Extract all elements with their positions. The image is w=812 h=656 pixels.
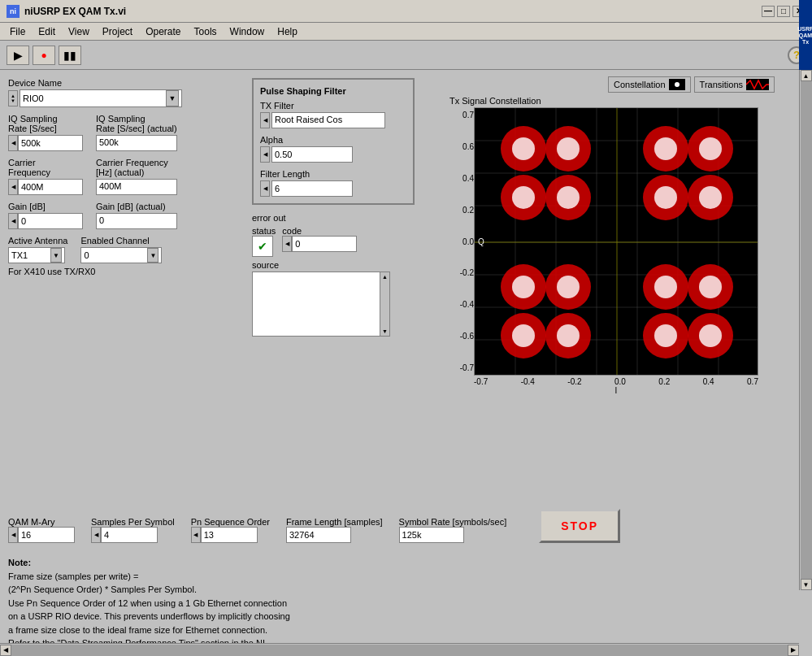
iq-sampling-input[interactable]: 500k (18, 135, 83, 151)
y-label-06: 0.6 (449, 142, 474, 151)
tx-filter-label: TX Filter (260, 101, 406, 111)
svg-point-22 (699, 137, 722, 160)
y-label-neg02: -0.2 (449, 268, 474, 277)
constellation-svg: Q (474, 107, 758, 376)
tx-filter-spin[interactable]: ◀ (260, 112, 270, 128)
carrier-spin[interactable]: ◀ (8, 179, 18, 195)
bottom-section: QAM M-Ary ◀ 16 Samples Per Symbol ◀ 4 Pn… (0, 501, 799, 656)
enabled-channel-dropdown[interactable]: 0 ▼ (80, 247, 162, 263)
menu-view[interactable]: View (62, 24, 96, 39)
source-scroll-down[interactable]: ▼ (382, 328, 388, 334)
window-title: niUSRP EX QAM Tx.vi (24, 6, 759, 17)
y-label-04: 0.4 (449, 174, 474, 183)
device-spin[interactable]: ▲ ▼ (8, 90, 18, 106)
filter-length-input[interactable]: 6 (271, 180, 353, 197)
gain-group: Gain [dB] ◀ 0 (8, 202, 83, 229)
symbol-rate-input[interactable]: 125k (399, 527, 464, 543)
transitions-preview (746, 79, 769, 90)
gain-input[interactable]: 0 (18, 213, 83, 229)
source-scroll-up[interactable]: ▲ (382, 274, 388, 280)
menu-tools[interactable]: Tools (188, 24, 224, 39)
scroll-down-arrow[interactable]: ▼ (801, 579, 812, 590)
gain-actual-label: Gain [dB] (actual) (96, 202, 177, 211)
status-indicator: ✔ (252, 236, 273, 257)
scroll-up-arrow[interactable]: ▲ (801, 70, 812, 81)
title-bar: ni niUSRP EX QAM Tx.vi — □ ✕ (0, 0, 812, 23)
y-label-neg04: -0.4 (449, 300, 474, 309)
alpha-spin[interactable]: ◀ (260, 146, 270, 163)
minimize-button[interactable]: — (762, 6, 775, 17)
qam-spin[interactable]: ◀ (8, 527, 18, 543)
menu-project[interactable]: Project (96, 24, 139, 39)
iq-sampling-actual-display: 500k (96, 135, 177, 151)
menu-bar: File Edit View Project Operate Tools Win… (0, 23, 812, 41)
device-dropdown-arrow: ▼ (166, 90, 179, 106)
menu-window[interactable]: Window (224, 24, 271, 39)
h-scroll-track[interactable] (11, 645, 788, 656)
frame-length-input[interactable]: 32764 (286, 527, 351, 543)
alpha-input[interactable]: 0.50 (271, 146, 353, 163)
samples-per-symbol-input[interactable]: 4 (101, 527, 158, 543)
y-label-07: 0.7 (449, 111, 474, 119)
carrier-freq-input[interactable]: 400M (18, 179, 83, 195)
active-antenna-dropdown[interactable]: TX1 ▼ (8, 247, 65, 263)
filter-length-spin[interactable]: ◀ (260, 180, 270, 197)
menu-edit[interactable]: Edit (32, 24, 62, 39)
horizontal-scrollbar[interactable]: ◀ ▶ (0, 643, 799, 656)
gain-spin[interactable]: ◀ (8, 213, 18, 229)
carrier-freq-actual-display: 400M (96, 179, 177, 195)
svg-point-44 (654, 324, 677, 347)
svg-point-16 (512, 137, 535, 160)
app-icon: ni (7, 5, 20, 18)
gain-label: Gain [dB] (8, 202, 83, 211)
run-button[interactable]: ▶ (7, 46, 29, 65)
transitions-legend-label: Transitions (700, 80, 743, 89)
status-checkmark: ✔ (258, 240, 267, 253)
note-title: Note: (8, 558, 31, 567)
pn-spin[interactable]: ◀ (191, 527, 201, 543)
note-line-4: a frame size close to the ideal frame si… (8, 625, 267, 635)
active-antenna-value: TX1 (11, 250, 28, 260)
carrier-freq-group: CarrierFrequency ◀ 400M (8, 158, 83, 195)
menu-file[interactable]: File (3, 24, 32, 39)
device-name-label: Device Name (8, 78, 252, 88)
stop-button[interactable]: STOP (539, 509, 620, 543)
iq-sampling-spin[interactable]: ◀ (8, 135, 18, 151)
source-label: source (252, 260, 415, 270)
stop-run-button[interactable]: ● (33, 46, 55, 65)
maximize-button[interactable]: □ (777, 6, 790, 17)
x-label-02: 0.2 (658, 377, 670, 386)
gain-actual-display: 0 (96, 213, 177, 229)
y-label-00: 0.0 (449, 237, 474, 246)
code-input[interactable]: 0 (292, 236, 357, 252)
active-antenna-group: Active Antenna TX1 ▼ (8, 236, 67, 263)
note-box: Note: Frame size (samples per write) = (… (8, 556, 791, 656)
code-spin[interactable]: ◀ (282, 236, 292, 252)
scroll-left-arrow[interactable]: ◀ (0, 645, 11, 656)
qam-mary-input[interactable]: 16 (18, 527, 75, 543)
note-line-3: on a USRP RIO device. This prevents unde… (8, 611, 290, 621)
menu-operate[interactable]: Operate (139, 24, 187, 39)
carrier-freq-actual-group: Carrier Frequency[Hz] (actual) 400M (96, 158, 177, 195)
samples-spin[interactable]: ◀ (91, 527, 101, 543)
plot-and-xaxis: Q -0.7 -0.4 -0.2 0.0 0.2 0.4 0.7 I (474, 107, 758, 395)
pn-sequence-input[interactable]: 13 (201, 527, 258, 543)
note-line-1: (2^Pn Sequence Order) * Samples Per Symb… (8, 584, 197, 594)
vertical-scrollbar[interactable]: ▲ ▼ (799, 70, 812, 590)
tx-filter-value[interactable]: Root Raised Cos (271, 112, 385, 128)
scroll-right-arrow[interactable]: ▶ (788, 645, 799, 656)
channel-dropdown-arrow[interactable]: ▼ (147, 248, 158, 263)
svg-point-26 (557, 186, 580, 209)
source-textarea[interactable]: ▲ ▼ (252, 272, 390, 337)
antenna-dropdown-arrow[interactable]: ▼ (50, 248, 62, 263)
error-out-group: error out status ✔ code ◀ 0 source (252, 213, 415, 337)
menu-help[interactable]: Help (271, 24, 304, 39)
pause-button[interactable]: ▮▮ (59, 46, 81, 65)
samples-per-symbol-label: Samples Per Symbol (91, 517, 175, 527)
scroll-track[interactable] (801, 81, 812, 579)
samples-per-symbol-group: Samples Per Symbol ◀ 4 (91, 517, 175, 543)
device-dropdown[interactable]: RIO0 ▼ (20, 89, 182, 107)
constellation-legend-item: Constellation (608, 76, 691, 93)
legend-row: Constellation Transitions (449, 76, 775, 93)
pulse-shaping-title: Pulse Shaping Filter (260, 86, 406, 96)
